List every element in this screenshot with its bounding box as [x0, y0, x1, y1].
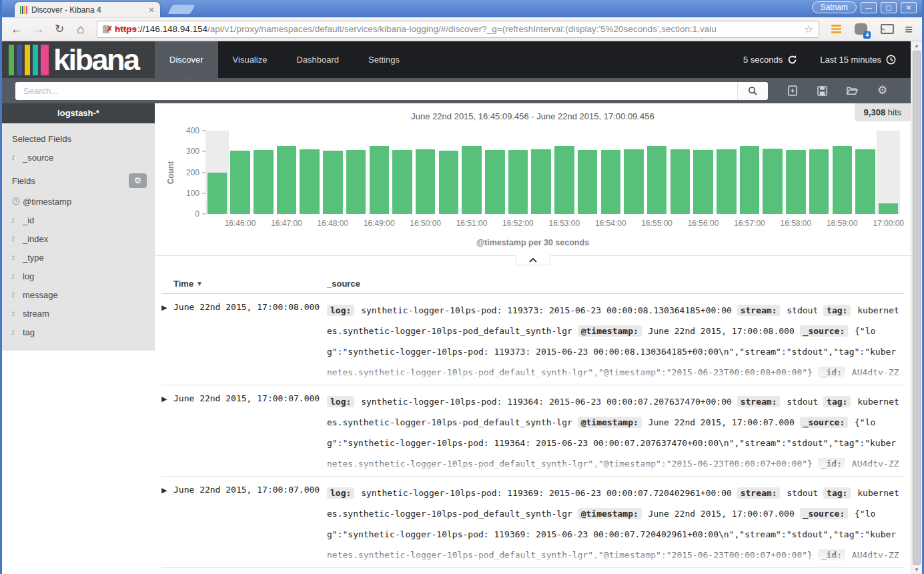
field-badge[interactable]: stream:: [737, 487, 781, 499]
histogram-bar[interactable]: [392, 150, 412, 214]
histogram-bar[interactable]: [300, 149, 319, 215]
forward-icon[interactable]: →: [29, 20, 47, 39]
page-scrollbar[interactable]: ▲ ▼: [911, 41, 922, 574]
field-item-message[interactable]: tmessage: [2, 285, 155, 304]
field-item-id[interactable]: t_id: [2, 211, 155, 229]
reload-icon[interactable]: ↻: [50, 20, 69, 39]
maximize-button[interactable]: ▢: [881, 2, 897, 13]
index-pattern-selector[interactable]: logstash-*: [2, 103, 155, 123]
field-badge[interactable]: stream:: [737, 305, 781, 316]
nav-tab-discover[interactable]: Discover: [155, 41, 218, 78]
field-item-stream[interactable]: tstream: [2, 304, 155, 323]
cast-icon[interactable]: [881, 24, 894, 34]
histogram-bar[interactable]: [809, 149, 829, 214]
histogram-bar[interactable]: [230, 151, 250, 214]
histogram-bar[interactable]: [554, 146, 574, 214]
histogram-bar[interactable]: [462, 146, 481, 214]
histogram-bar[interactable]: [693, 150, 713, 214]
field-badge[interactable]: _id:: [818, 458, 845, 469]
histogram-bar[interactable]: [879, 203, 898, 214]
scroll-down-icon[interactable]: ▼: [911, 567, 922, 573]
open-search-button[interactable]: [837, 86, 867, 95]
expand-row-icon[interactable]: ▶: [161, 300, 173, 385]
profile-button[interactable]: Satnam: [812, 1, 857, 13]
fields-settings-button[interactable]: ⚙: [129, 173, 147, 188]
histogram-bar[interactable]: [207, 173, 227, 215]
histogram-bar[interactable]: [439, 151, 458, 214]
histogram-bar[interactable]: [323, 151, 342, 214]
search-input[interactable]: [15, 82, 737, 100]
field-badge[interactable]: _id:: [818, 367, 845, 378]
histogram-bar[interactable]: [485, 150, 504, 214]
extension-icon[interactable]: [831, 24, 841, 34]
histogram-bar[interactable]: [763, 149, 782, 214]
nav-tab-visualize[interactable]: Visualize: [218, 41, 282, 78]
field-badge[interactable]: @timestamp:: [578, 417, 642, 428]
histogram-bar[interactable]: [254, 150, 273, 214]
field-badge[interactable]: _source:: [800, 325, 849, 337]
column-header-source[interactable]: _source: [327, 279, 904, 289]
insecure-page-icon[interactable]: ✗: [103, 25, 111, 34]
field-item-type[interactable]: t_type: [2, 248, 155, 267]
histogram-bar[interactable]: [277, 146, 296, 214]
field-badge[interactable]: _id:: [818, 549, 845, 561]
field-badge[interactable]: _source:: [800, 417, 849, 428]
settings-gear-button[interactable]: ⚙: [867, 85, 897, 97]
field-item-tag[interactable]: ttag: [2, 323, 155, 341]
column-header-time[interactable]: Time ▼: [161, 279, 327, 289]
close-button[interactable]: ✕: [901, 2, 917, 13]
search-button[interactable]: [737, 82, 768, 100]
field-badge[interactable]: _source:: [800, 508, 849, 519]
histogram-bar[interactable]: [370, 146, 389, 214]
home-icon[interactable]: ⌂: [71, 20, 90, 39]
back-icon[interactable]: ←: [7, 20, 26, 39]
scrollbar-thumb[interactable]: [913, 51, 921, 565]
histogram-bar[interactable]: [670, 149, 690, 215]
refresh-interval-control[interactable]: 5 seconds: [743, 55, 797, 65]
field-badge[interactable]: log:: [327, 396, 354, 407]
field-badge[interactable]: tag:: [823, 305, 851, 316]
nav-tab-dashboard[interactable]: Dashboard: [282, 41, 354, 78]
histogram-bar[interactable]: [833, 146, 852, 215]
browser-menu-icon[interactable]: ≡: [905, 23, 913, 36]
field-item-log[interactable]: tlog: [2, 267, 155, 285]
histogram-bar[interactable]: [647, 146, 666, 215]
field-item-source[interactable]: t_source: [2, 148, 155, 167]
field-item-timestamp[interactable]: @timestamp: [2, 192, 155, 211]
histogram-bar[interactable]: [416, 149, 435, 214]
field-badge[interactable]: tag:: [823, 487, 851, 499]
field-badge[interactable]: @timestamp:: [578, 508, 642, 519]
nav-tab-settings[interactable]: Settings: [354, 41, 414, 78]
new-search-button[interactable]: [777, 85, 807, 96]
histogram-bar[interactable]: [346, 150, 366, 214]
scroll-up-icon[interactable]: ▲: [911, 43, 922, 49]
time-range-control[interactable]: Last 15 minutes: [820, 55, 896, 65]
tab-close-icon[interactable]: ✕: [148, 5, 155, 15]
expand-row-icon[interactable]: ▶: [161, 391, 173, 476]
field-badge[interactable]: @timestamp:: [578, 325, 642, 337]
field-item-index[interactable]: t_index: [2, 229, 155, 248]
kibana-logo[interactable]: kibana: [2, 41, 155, 78]
field-badge[interactable]: log:: [327, 487, 354, 499]
address-bar[interactable]: ✗ https ://146.148.94.154 /api/v1/proxy/…: [97, 21, 819, 38]
histogram-bar[interactable]: [601, 150, 620, 214]
minimize-button[interactable]: —: [861, 2, 877, 13]
histogram-bar[interactable]: [578, 150, 597, 214]
histogram-bar[interactable]: [508, 150, 528, 214]
save-search-button[interactable]: [807, 86, 837, 96]
histogram-bar[interactable]: [740, 146, 759, 214]
expand-row-icon[interactable]: ▶: [161, 483, 173, 567]
hangouts-icon[interactable]: 4: [855, 23, 867, 35]
histogram-bar[interactable]: [624, 149, 643, 214]
field-badge[interactable]: log:: [327, 305, 354, 316]
browser-tab[interactable]: Discover - Kibana 4 ✕: [15, 2, 160, 17]
histogram-bar[interactable]: [531, 149, 550, 214]
field-badge[interactable]: stream:: [737, 396, 781, 407]
bookmark-star-icon[interactable]: ☆: [804, 23, 813, 35]
new-tab-button[interactable]: [167, 5, 195, 14]
histogram-bar[interactable]: [855, 149, 875, 215]
collapse-histogram-button[interactable]: [516, 255, 550, 265]
histogram-bar[interactable]: [717, 149, 736, 214]
histogram-bar[interactable]: [786, 150, 805, 214]
field-badge[interactable]: tag:: [823, 396, 851, 407]
